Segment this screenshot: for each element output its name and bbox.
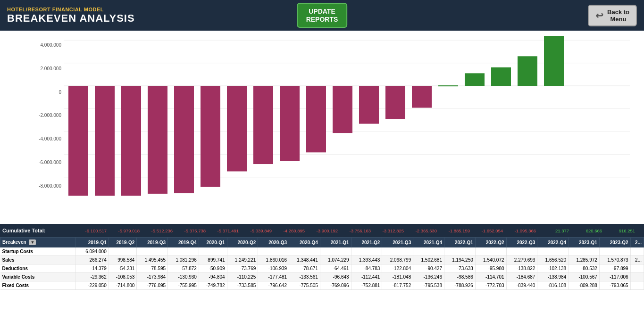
- bar-2019-q1: [68, 86, 88, 196]
- back-btn-text: Back to Menu: [607, 8, 629, 23]
- header-center: UPDATE REPORTS: [297, 3, 348, 28]
- cell: -94.804: [199, 273, 227, 281]
- cell: -64.461: [320, 264, 351, 273]
- y-label-5: -4.000.000: [28, 136, 61, 141]
- col-2023-q2: 2023-Q2: [599, 238, 630, 248]
- cum-val-10: -3.312.825: [373, 228, 406, 233]
- cell: -90.427: [413, 264, 444, 273]
- cell: 2.279.693: [506, 256, 537, 264]
- cumulative-values: -6.100.517 -5.979.018 -5.512.236 -5.375.…: [75, 228, 642, 233]
- y-label-3: 0: [28, 90, 61, 95]
- cell: -73.769: [227, 264, 258, 273]
- bar-2020-q1: [174, 86, 194, 193]
- chart-section: 4.000.000 2.000.000 0 -2.000.000 -4.000.…: [0, 31, 644, 224]
- cell: 899.741: [199, 256, 227, 264]
- cell: -95.980: [475, 264, 506, 273]
- cell: -714.800: [109, 281, 137, 290]
- cell: -98.586: [444, 273, 475, 281]
- cell: -816.108: [537, 281, 569, 290]
- bar-2020-q4: [253, 86, 273, 164]
- cell: -73.633: [444, 264, 475, 273]
- update-reports-line2: REPORTS: [306, 16, 338, 23]
- cell: -795.538: [413, 281, 444, 290]
- update-reports-button[interactable]: UPDATE REPORTS: [297, 3, 348, 28]
- bar-2022-q2: [412, 86, 432, 107]
- col-2019-q2: 2019-Q2: [109, 238, 137, 248]
- cell: 1.393.443: [351, 256, 382, 264]
- col-header-dropdown[interactable]: ▼: [29, 239, 36, 245]
- cell: 2...: [630, 256, 644, 264]
- cell: -184.687: [506, 273, 537, 281]
- cell: 1.495.455: [137, 256, 168, 264]
- cell: -110.225: [227, 273, 258, 281]
- bar-2022-q1: [385, 86, 405, 119]
- cell: 1.194.250: [444, 256, 475, 264]
- cum-val-7: -4.260.895: [274, 228, 307, 233]
- cell: -14.379: [75, 264, 109, 273]
- cell: -769.096: [320, 281, 351, 290]
- cell: [475, 248, 506, 256]
- col-2021-q4: 2021-Q4: [413, 238, 444, 248]
- data-table-container: Breakeven ▼ 2019-Q1 2019-Q2 2019-Q3 2019…: [0, 237, 644, 290]
- bar-2019-q3: [121, 86, 141, 196]
- cell: -122.804: [382, 264, 413, 273]
- breakeven-table: Breakeven ▼ 2019-Q1 2019-Q2 2019-Q3 2019…: [0, 237, 644, 290]
- cell: -138.984: [537, 273, 569, 281]
- table-row: Fixed Costs -229.050 -714.800 -776.095 -…: [0, 281, 644, 290]
- cell: [630, 264, 644, 273]
- cell: 1.074.229: [320, 256, 351, 264]
- cell: -117.006: [599, 273, 630, 281]
- cell: 1.348.441: [289, 256, 320, 264]
- cell: -229.050: [75, 281, 109, 290]
- bar-2023-q1: [491, 67, 511, 86]
- cell: 1.656.520: [537, 256, 569, 264]
- cum-val-14: -1.095.366: [505, 228, 538, 233]
- col-2022-q2: 2022-Q2: [475, 238, 506, 248]
- cum-val-1: -6.100.517: [75, 228, 109, 233]
- cell: [258, 248, 289, 256]
- cell: [630, 273, 644, 281]
- cum-val-9: -3.756.163: [340, 228, 373, 233]
- col-header-breakeven[interactable]: Breakeven ▼: [0, 238, 76, 248]
- cum-val-4: -5.375.738: [175, 228, 208, 233]
- cell: -181.048: [382, 273, 413, 281]
- cum-val-18: 1.479.153: [637, 228, 642, 233]
- cell: 998.584: [109, 256, 137, 264]
- cum-val-3: -5.512.236: [142, 228, 175, 233]
- cumulative-label: Cumulative Total:: [2, 228, 75, 233]
- cell: [168, 248, 199, 256]
- cum-val-2: -5.979.018: [109, 228, 142, 233]
- update-reports-line1: UPDATE: [309, 8, 335, 15]
- back-line1: Back to: [607, 8, 629, 16]
- cell: -29.362: [75, 273, 109, 281]
- cell: [351, 248, 382, 256]
- bar-2020-q3: [227, 86, 247, 171]
- cell: -775.505: [289, 281, 320, 290]
- back-to-menu-button[interactable]: ↩ Back to Menu: [588, 5, 637, 26]
- cell: [506, 248, 537, 256]
- cell: -78.671: [289, 264, 320, 273]
- cell: 1.285.972: [569, 256, 600, 264]
- col-2022-q3: 2022-Q3: [506, 238, 537, 248]
- cell: -177.481: [258, 273, 289, 281]
- col-2022-q1: 2022-Q1: [444, 238, 475, 248]
- cell: [537, 248, 569, 256]
- cell: -96.643: [320, 273, 351, 281]
- cell: [109, 248, 137, 256]
- cell: -138.822: [506, 264, 537, 273]
- y-label-4: -2.000.000: [28, 113, 61, 118]
- cell: -108.053: [109, 273, 137, 281]
- cell: -136.246: [413, 273, 444, 281]
- cell: -57.872: [168, 264, 199, 273]
- cum-val-12: -1.885.159: [439, 228, 472, 233]
- back-line2: Menu: [611, 16, 627, 23]
- cum-val-13: -1.652.054: [472, 228, 505, 233]
- col-2020-q4: 2020-Q4: [289, 238, 320, 248]
- cell: -114.701: [475, 273, 506, 281]
- bar-chart: [64, 35, 630, 196]
- bar-2022-q4: [465, 73, 485, 86]
- col-header-label: Breakeven: [2, 239, 26, 245]
- cell: 1.502.681: [413, 256, 444, 264]
- y-label-7: -8.000.000: [28, 183, 61, 189]
- row-label-deductions: Deductions: [0, 264, 76, 273]
